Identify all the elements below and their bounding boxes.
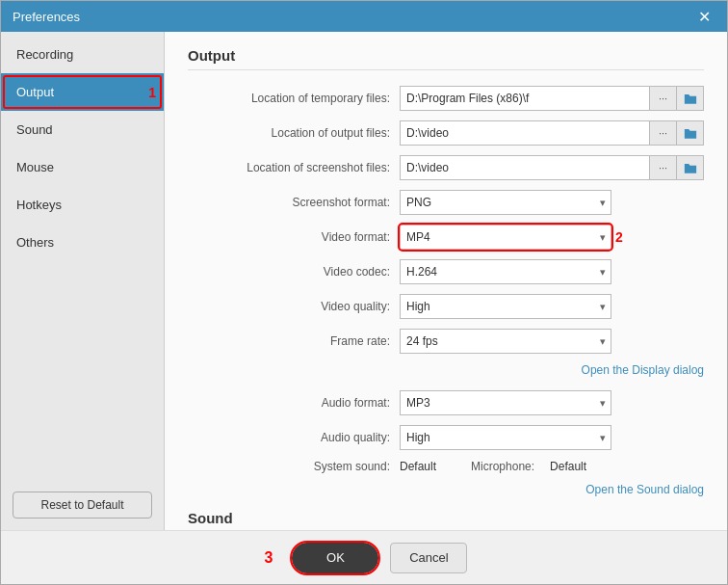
output-files-control: ··· — [400, 120, 704, 146]
output-section-title: Output — [188, 47, 704, 70]
folder-icon — [684, 93, 697, 104]
reset-default-button[interactable]: Reset to Default — [13, 492, 152, 519]
sidebar-item-recording[interactable]: Recording — [1, 36, 164, 73]
sidebar-bottom: Reset to Default — [1, 480, 164, 530]
system-sound-row: System sound: Default Microphone: Defaul… — [188, 460, 704, 473]
frame-rate-row: Frame rate: 24 fps 30 fps 60 fps — [188, 329, 704, 354]
output-files-row: Location of output files: ··· — [188, 120, 704, 146]
audio-quality-label: Audio quality: — [188, 431, 400, 444]
video-format-select-wrapper: MP4 AVI MOV — [400, 225, 611, 250]
screenshot-format-select-wrapper: PNG JPG BMP — [400, 190, 611, 215]
sound-dialog-link[interactable]: Open the Sound dialog — [188, 483, 704, 496]
output-files-label: Location of output files: — [188, 126, 400, 140]
video-codec-select-wrapper: H.264 H.265 — [400, 259, 611, 284]
sidebar-item-mouse[interactable]: Mouse — [1, 148, 164, 186]
temp-files-control: ··· — [400, 86, 704, 111]
temp-files-input[interactable] — [400, 86, 650, 111]
window-title: Preferences — [13, 10, 80, 24]
audio-format-label: Audio format: — [188, 396, 400, 410]
screenshot-files-input[interactable] — [400, 155, 650, 180]
audio-quality-select-wrapper: High Medium Low — [400, 425, 611, 450]
video-quality-select[interactable]: High Medium Low — [400, 294, 611, 319]
screenshot-files-dots-button[interactable]: ··· — [650, 155, 677, 180]
audio-quality-row: Audio quality: High Medium Low — [188, 425, 704, 450]
content-area: Recording Output 1 Sound Mouse Hotkeys O… — [1, 32, 727, 530]
video-format-label: Video format: — [188, 230, 400, 244]
temp-files-dots-button[interactable]: ··· — [650, 86, 677, 111]
screenshot-format-select[interactable]: PNG JPG BMP — [400, 190, 611, 215]
screenshot-files-row: Location of screenshot files: ··· — [188, 155, 704, 180]
temp-files-label: Location of temporary files: — [188, 92, 400, 105]
audio-quality-select[interactable]: High Medium Low — [400, 425, 611, 450]
footer: 3 OK Cancel — [1, 530, 727, 584]
video-quality-row: Video quality: High Medium Low — [188, 294, 704, 319]
frame-rate-label: Frame rate: — [188, 334, 400, 348]
main-content: Output Location of temporary files: ··· … — [165, 32, 727, 530]
temp-files-row: Location of temporary files: ··· — [188, 86, 704, 111]
microphone-value: Default — [550, 460, 586, 473]
close-button[interactable]: ✕ — [692, 5, 715, 28]
video-codec-select[interactable]: H.264 H.265 — [400, 259, 611, 284]
video-codec-label: Video codec: — [188, 265, 400, 279]
sidebar-item-sound[interactable]: Sound — [1, 111, 164, 148]
audio-format-select[interactable]: MP3 AAC WAV — [400, 390, 611, 415]
microphone-label: Microphone: — [471, 460, 534, 473]
sound-section: Sound System sound: — ⚙ 🔊 — [188, 510, 704, 530]
cancel-button[interactable]: Cancel — [390, 543, 467, 573]
output-files-dots-button[interactable]: ··· — [650, 120, 677, 146]
annotation-badge-1: 1 — [148, 85, 156, 100]
screenshot-format-row: Screenshot format: PNG JPG BMP — [188, 190, 704, 215]
audio-format-select-wrapper: MP3 AAC WAV — [400, 390, 611, 415]
output-files-input[interactable] — [400, 120, 650, 146]
title-bar: Preferences ✕ — [1, 1, 727, 32]
sidebar-item-hotkeys[interactable]: Hotkeys — [1, 186, 164, 224]
sidebar-item-others[interactable]: Others — [1, 224, 164, 261]
sidebar: Recording Output 1 Sound Mouse Hotkeys O… — [1, 32, 165, 530]
ok-button[interactable]: OK — [292, 543, 378, 573]
screenshot-files-control: ··· — [400, 155, 704, 180]
sidebar-item-output[interactable]: Output 1 — [1, 73, 164, 111]
screenshot-format-label: Screenshot format: — [188, 196, 400, 209]
temp-files-folder-button[interactable] — [677, 86, 704, 111]
system-sound-values: Default Microphone: Default — [400, 460, 586, 473]
system-sound-label: System sound: — [188, 460, 400, 473]
video-quality-select-wrapper: High Medium Low — [400, 294, 611, 319]
sound-section-title: Sound — [188, 510, 704, 530]
audio-format-row: Audio format: MP3 AAC WAV — [188, 390, 704, 415]
frame-rate-select[interactable]: 24 fps 30 fps 60 fps — [400, 329, 611, 354]
annotation-badge-2: 2 — [615, 229, 623, 245]
display-dialog-link[interactable]: Open the Display dialog — [188, 363, 704, 377]
screenshot-files-folder-button[interactable] — [677, 155, 704, 180]
frame-rate-select-wrapper: 24 fps 30 fps 60 fps — [400, 329, 611, 354]
video-format-row: Video format: MP4 AVI MOV 2 — [188, 225, 704, 250]
annotation-badge-3: 3 — [265, 549, 273, 567]
folder-icon — [684, 127, 697, 139]
folder-icon — [684, 162, 697, 173]
video-codec-row: Video codec: H.264 H.265 — [188, 259, 704, 284]
preferences-window: Preferences ✕ Recording Output 1 Sound M… — [0, 0, 728, 585]
system-sound-value: Default — [400, 460, 436, 473]
video-quality-label: Video quality: — [188, 300, 400, 313]
video-format-select[interactable]: MP4 AVI MOV — [400, 225, 611, 250]
screenshot-files-label: Location of screenshot files: — [188, 161, 400, 174]
output-files-folder-button[interactable] — [677, 120, 704, 146]
